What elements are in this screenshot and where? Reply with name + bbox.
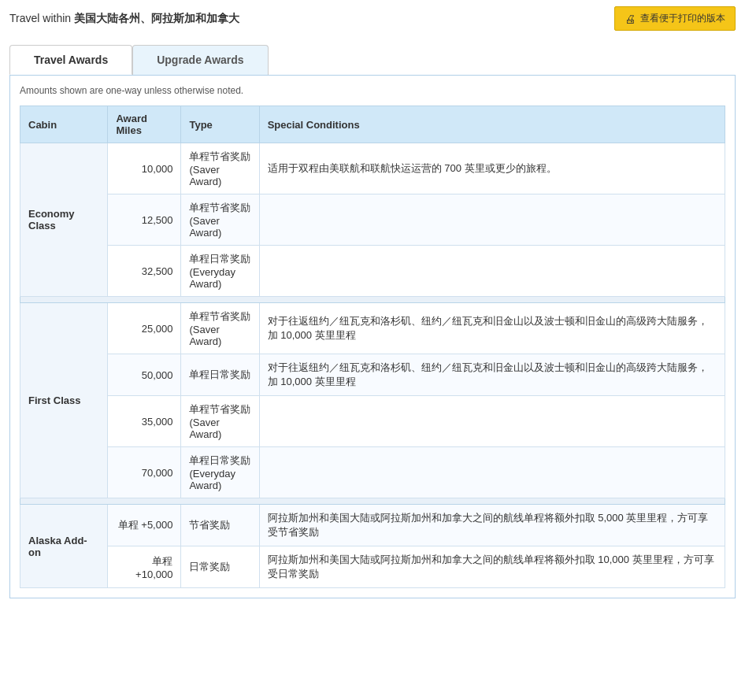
tab-travel-awards[interactable]: Travel Awards [9,45,132,75]
tab-upgrade-awards[interactable]: Upgrade Awards [132,45,268,75]
col-miles: Award Miles [108,106,181,143]
section-separator [20,297,725,303]
conditions-cell [259,246,725,297]
table-row: Alaska Add-on单程 +5,000节省奖励阿拉斯加州和美国大陆或阿拉斯… [20,505,725,546]
cabin-cell: First Class [20,303,108,498]
type-cell: 单程日常奖励 [181,354,259,396]
type-cell: 单程节省奖励 (Saver Award) [181,194,259,246]
conditions-cell [259,447,725,498]
table-row: 单程 +10,000日常奖励阿拉斯加州和美国大陆或阿拉斯加州和加拿大之间的航线单… [20,546,725,588]
table-row: 50,000单程日常奖励对于往返纽约／纽瓦克和洛杉矶、纽约／纽瓦克和旧金山以及波… [20,354,725,396]
type-cell: 单程日常奖励 (Everyday Award) [181,246,259,297]
page-title: Travel within 美国大陆各州、阿拉斯加和加拿大 [9,12,239,26]
miles-cell: 70,000 [108,447,181,498]
conditions-cell: 适用于双程由美联航和联航快运运营的 700 英里或更少的旅程。 [259,143,725,194]
miles-cell: 单程 +10,000 [108,546,181,588]
miles-cell: 35,000 [108,396,181,447]
section-separator [20,498,725,505]
content-area: Amounts shown are one-way unless otherwi… [9,75,736,598]
col-cabin: Cabin [20,106,108,143]
print-button[interactable]: 查看便于打印的版本 [614,6,736,31]
conditions-cell: 阿拉斯加州和美国大陆或阿拉斯加州和加拿大之间的航线单程将额外扣取 10,000 … [259,546,725,588]
type-cell: 单程节省奖励 (Saver Award) [181,396,259,447]
awards-table: Cabin Award Miles Type Special Condition… [20,106,725,588]
cabin-cell: Alaska Add-on [20,505,108,588]
conditions-cell: 阿拉斯加州和美国大陆或阿拉斯加州和加拿大之间的航线单程将额外扣取 5,000 英… [259,505,725,546]
table-row: 12,500单程节省奖励 (Saver Award) [20,194,725,246]
tabs-container: Travel Awards Upgrade Awards [0,37,745,75]
conditions-cell: 对于往返纽约／纽瓦克和洛杉矶、纽约／纽瓦克和旧金山以及波士顿和旧金山的高级跨大陆… [259,354,725,396]
type-cell: 单程节省奖励 (Saver Award) [181,303,259,354]
cabin-cell: Economy Class [20,143,108,297]
conditions-cell: 对于往返纽约／纽瓦克和洛杉矶、纽约／纽瓦克和旧金山以及波士顿和旧金山的高级跨大陆… [259,303,725,354]
note-text: Amounts shown are one-way unless otherwi… [20,85,725,96]
col-type: Type [181,106,259,143]
miles-cell: 32,500 [108,246,181,297]
type-cell: 单程节省奖励 (Saver Award) [181,143,259,194]
table-header-row: Cabin Award Miles Type Special Condition… [20,106,725,143]
type-cell: 节省奖励 [181,505,259,546]
miles-cell: 50,000 [108,354,181,396]
miles-cell: 单程 +5,000 [108,505,181,546]
miles-cell: 10,000 [108,143,181,194]
table-row: Economy Class10,000单程节省奖励 (Saver Award)适… [20,143,725,194]
miles-cell: 12,500 [108,194,181,246]
miles-cell: 25,000 [108,303,181,354]
printer-icon [625,13,636,25]
table-row: 35,000单程节省奖励 (Saver Award) [20,396,725,447]
conditions-cell [259,396,725,447]
col-conditions: Special Conditions [259,106,725,143]
conditions-cell [259,194,725,246]
type-cell: 单程日常奖励 (Everyday Award) [181,447,259,498]
table-row: 32,500单程日常奖励 (Everyday Award) [20,246,725,297]
table-row: 70,000单程日常奖励 (Everyday Award) [20,447,725,498]
tabs: Travel Awards Upgrade Awards [9,45,736,75]
top-bar: Travel within 美国大陆各州、阿拉斯加和加拿大 查看便于打印的版本 [0,0,745,37]
type-cell: 日常奖励 [181,546,259,588]
table-row: First Class25,000单程节省奖励 (Saver Award)对于往… [20,303,725,354]
